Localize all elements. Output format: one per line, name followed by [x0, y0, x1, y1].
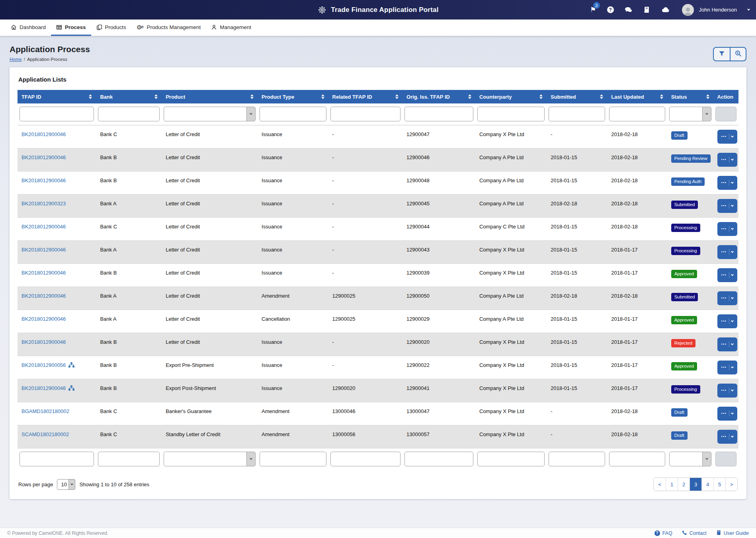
row-action-button[interactable]: ••• — [717, 199, 737, 213]
tfap-id-link[interactable]: BK2018012900046 — [21, 293, 66, 299]
page-button-3[interactable]: 3 — [690, 478, 701, 491]
tfap-id-link[interactable]: BK2018012900046 — [21, 270, 66, 276]
column-header-orig-iss-tfap-id[interactable]: Orig. Iss. TFAP ID — [402, 90, 475, 103]
column-header-tfap-id[interactable]: TFAP ID — [18, 90, 96, 103]
column-header-action[interactable]: Action — [713, 90, 738, 103]
row-action-button[interactable]: ••• — [717, 337, 737, 351]
cloud-icon[interactable] — [661, 7, 670, 13]
filter-input-orig-iss-tfap-id[interactable] — [404, 107, 473, 121]
filter-input-related-tfap-id[interactable] — [330, 452, 401, 466]
row-action-button[interactable]: ••• — [717, 430, 737, 444]
tfap-id-link[interactable]: BK2018012900046 — [21, 131, 66, 137]
guide-book-icon[interactable] — [643, 6, 650, 13]
sort-icon[interactable] — [395, 94, 399, 99]
page-button-5[interactable]: 5 — [713, 478, 725, 491]
nav-item-dashboard[interactable]: Dashboard — [6, 19, 51, 36]
tfap-id-link[interactable]: BGAMD1802180002 — [21, 408, 69, 414]
hierarchy-icon[interactable] — [68, 385, 74, 392]
column-header-submitted[interactable]: Submitted — [547, 90, 607, 103]
user-menu[interactable]: John Henderson — [699, 7, 737, 13]
row-action-button[interactable]: ••• — [717, 291, 737, 305]
help-icon[interactable]: ? — [607, 6, 614, 13]
filter-input-last-updated[interactable] — [609, 107, 665, 121]
filter-input-counterparty[interactable] — [477, 107, 545, 121]
tfap-id-link[interactable]: BK2018012900046 — [21, 385, 66, 391]
tfap-id-link[interactable]: BK2018012900046 — [21, 154, 66, 160]
sort-icon[interactable] — [89, 94, 92, 99]
question-circle-icon: ? — [654, 530, 660, 536]
tfap-id-link[interactable]: BK2018012900046 — [21, 224, 66, 230]
tfap-id-link[interactable]: BK2018012900046 — [21, 177, 66, 183]
row-action-button[interactable]: ••• — [717, 384, 737, 398]
filter-input-tfap-id[interactable] — [20, 452, 94, 466]
filter-input-counterparty[interactable] — [477, 452, 545, 466]
filter-select-status[interactable] — [669, 452, 711, 466]
sort-icon[interactable] — [154, 94, 158, 99]
filter-select-product[interactable] — [164, 107, 256, 121]
notifications-flag-icon[interactable]: ⚑3 — [590, 6, 596, 14]
sort-icon[interactable] — [468, 94, 471, 99]
row-action-button[interactable]: ••• — [717, 222, 737, 236]
sort-icon[interactable] — [706, 94, 709, 99]
page-next-button[interactable]: > — [725, 478, 737, 491]
messages-icon[interactable] — [625, 7, 633, 13]
tfap-id-link[interactable]: BK2018012900323 — [21, 201, 66, 207]
sort-icon[interactable] — [321, 94, 324, 99]
filter-input-submitted[interactable] — [549, 452, 605, 466]
row-action-button[interactable]: ••• — [717, 176, 737, 190]
filter-toggle-button[interactable] — [714, 48, 730, 60]
column-header-product[interactable]: Product — [162, 90, 258, 103]
cell-action: ••• — [713, 217, 738, 240]
row-action-button[interactable]: ••• — [717, 407, 737, 421]
column-header-related-tfap-id[interactable]: Related TFAP ID — [328, 90, 403, 103]
avatar[interactable] — [682, 4, 694, 16]
page-button-1[interactable]: 1 — [666, 478, 678, 491]
column-header-last-updated[interactable]: Last Updated — [607, 90, 667, 103]
page-prev-button[interactable]: < — [654, 478, 666, 491]
sort-icon[interactable] — [539, 94, 543, 99]
tfap-id-link[interactable]: BK2018012900046 — [21, 316, 66, 322]
tfap-id-link[interactable]: BK2018012900046 — [21, 339, 66, 345]
filter-input-bank[interactable] — [98, 107, 160, 121]
nav-item-management[interactable]: Management — [206, 19, 256, 36]
filter-input-tfap-id[interactable] — [20, 107, 94, 121]
sort-icon[interactable] — [660, 94, 663, 99]
row-action-button[interactable]: ••• — [717, 130, 737, 144]
filter-input-product-type[interactable] — [260, 452, 326, 466]
column-header-status[interactable]: Status — [667, 90, 713, 103]
sort-icon[interactable] — [250, 94, 254, 99]
nav-item-process[interactable]: Process — [51, 19, 91, 36]
chevron-down-icon[interactable] — [747, 8, 750, 11]
breadcrumb-home-link[interactable]: Home — [10, 57, 22, 62]
column-header-counterparty[interactable]: Counterparty — [475, 90, 547, 103]
contact-link[interactable]: Contact — [682, 530, 707, 536]
search-zoom-button[interactable] — [730, 48, 746, 60]
filter-select-product[interactable] — [164, 452, 256, 466]
filter-input-orig-iss-tfap-id[interactable] — [404, 452, 473, 466]
page-button-2[interactable]: 2 — [678, 478, 690, 491]
sort-icon[interactable] — [600, 94, 603, 99]
user-guide-link[interactable]: User Guide — [716, 530, 749, 536]
filter-input-related-tfap-id[interactable] — [330, 107, 401, 121]
row-action-button[interactable]: ••• — [717, 361, 737, 374]
row-action-button[interactable]: ••• — [717, 153, 737, 167]
filter-input-product-type[interactable] — [260, 107, 326, 121]
row-action-button[interactable]: ••• — [717, 314, 737, 328]
rows-per-page-select[interactable]: 10 — [57, 479, 75, 490]
nav-item-products-management[interactable]: ⚙⚙ Products Management — [131, 19, 206, 36]
tfap-id-link[interactable]: SCAMD1802180002 — [21, 431, 69, 437]
column-header-product-type[interactable]: Product Type — [258, 90, 328, 103]
row-action-button[interactable]: ••• — [717, 245, 737, 259]
tfap-id-link[interactable]: BK2018012900046 — [21, 247, 66, 253]
column-header-bank[interactable]: Bank — [96, 90, 162, 103]
filter-input-submitted[interactable] — [549, 107, 605, 121]
page-button-4[interactable]: 4 — [701, 478, 713, 491]
faq-link[interactable]: ? FAQ — [654, 530, 672, 536]
filter-input-bank[interactable] — [98, 452, 160, 466]
filter-input-last-updated[interactable] — [609, 452, 665, 466]
filter-select-status[interactable] — [669, 107, 711, 121]
tfap-id-link[interactable]: BK2018012900056 — [21, 362, 66, 368]
row-action-button[interactable]: ••• — [717, 268, 737, 282]
hierarchy-icon[interactable] — [68, 362, 74, 369]
nav-item-products[interactable]: Products — [91, 19, 131, 36]
